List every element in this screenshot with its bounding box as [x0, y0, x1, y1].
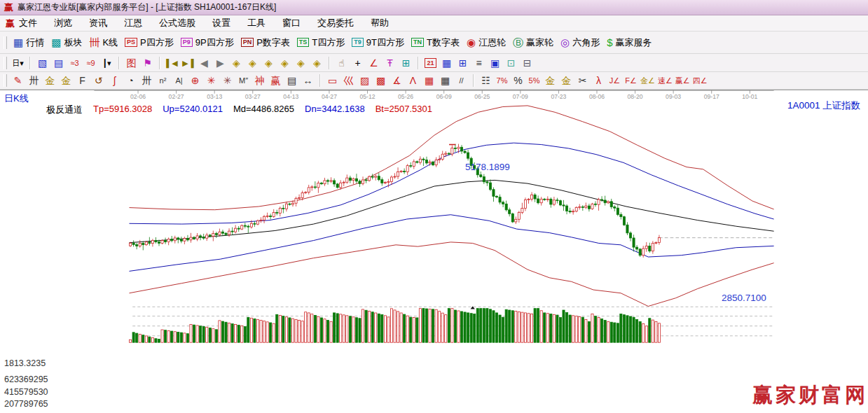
- brush-icon[interactable]: ʃ: [108, 74, 121, 88]
- zigzag-line-icon[interactable]: Λ: [406, 74, 420, 88]
- gold-circle-icon[interactable]: 金: [544, 74, 557, 88]
- notes-icon[interactable]: ≡: [472, 56, 485, 69]
- menu-item-3[interactable]: 江恩: [124, 17, 142, 29]
- knife-icon[interactable]: ✂: [576, 74, 589, 88]
- angle-f-icon[interactable]: F∠: [624, 74, 638, 88]
- save-icon[interactable]: ▣: [488, 56, 502, 69]
- a-wave-icon[interactable]: λ: [592, 74, 605, 88]
- 江恩轮-button[interactable]: ◉江恩轮: [467, 36, 506, 49]
- angle-speed-icon[interactable]: 速∠: [658, 74, 673, 88]
- angle-j-icon[interactable]: J∠: [608, 74, 621, 88]
- hand-pan-icon[interactable]: ☝: [335, 56, 348, 69]
- period-label[interactable]: 日K线: [4, 92, 29, 105]
- menu-item-1[interactable]: 浏览: [54, 17, 72, 29]
- volume-bar: [381, 315, 383, 343]
- table-view-icon[interactable]: ⊞: [456, 56, 469, 69]
- menu-item-0[interactable]: 文件: [19, 17, 37, 29]
- print-icon[interactable]: ⊟: [521, 56, 534, 69]
- slash-lines-icon[interactable]: //: [455, 74, 468, 88]
- capture-icon[interactable]: ⊡: [504, 56, 518, 69]
- percent-5-icon[interactable]: 5%: [528, 74, 541, 88]
- percent-7-icon[interactable]: 7%: [495, 74, 509, 88]
- grid-dense2-icon[interactable]: ▦: [439, 74, 452, 88]
- circle-target-icon[interactable]: ⊕: [188, 74, 202, 88]
- period-day-dropdown[interactable]: 日▾: [11, 56, 25, 69]
- menu-item-2[interactable]: 资讯: [89, 17, 107, 29]
- reset-view-icon[interactable]: ◈: [310, 56, 324, 69]
- step-forward-icon[interactable]: ▶: [214, 56, 227, 69]
- 赢家轮-button[interactable]: Ⓑ赢家轮: [513, 36, 553, 49]
- seek-start-icon[interactable]: ▌◀: [165, 56, 179, 69]
- flag-icon[interactable]: ⚑: [141, 56, 154, 69]
- angle-four-icon[interactable]: 四∠: [693, 74, 708, 88]
- hash-lines-icon[interactable]: 卅: [27, 74, 41, 88]
- 板块-button[interactable]: ▩板块: [51, 36, 82, 49]
- gann-gold-grid-icon[interactable]: 金: [43, 74, 57, 88]
- 行情-button[interactable]: ▦行情: [13, 36, 44, 49]
- angle-win-icon[interactable]: 赢∠: [675, 74, 690, 88]
- shaded-rect-icon[interactable]: ▨: [358, 74, 371, 88]
- ruler-123-icon[interactable]: ▤: [285, 74, 298, 88]
- angle-gold-icon[interactable]: 金∠: [640, 74, 655, 88]
- width-measure-icon[interactable]: ↔: [301, 74, 315, 88]
- win-tool-icon[interactable]: 赢: [269, 74, 282, 88]
- n-squared-icon[interactable]: n²: [156, 74, 170, 88]
- shaded-rect2-icon[interactable]: ▩: [374, 74, 387, 88]
- zoom-out-x-icon[interactable]: ◈: [230, 56, 243, 69]
- hash-lines2-icon[interactable]: 卅: [140, 74, 153, 88]
- menu-item-9[interactable]: 帮助: [371, 17, 389, 29]
- menu-item-5[interactable]: 设置: [212, 17, 230, 29]
- spiral-icon[interactable]: ↺: [92, 74, 105, 88]
- wave-9-icon[interactable]: ≈9: [84, 56, 97, 69]
- menu-item-6[interactable]: 工具: [247, 17, 266, 29]
- calculator-icon[interactable]: ▦: [440, 56, 453, 69]
- spider-web2-icon[interactable]: ✳: [221, 74, 234, 88]
- crosshair-icon[interactable]: +: [351, 56, 364, 69]
- menu-item-4[interactable]: 公式选股: [159, 17, 195, 29]
- K线-button[interactable]: 卌K线: [89, 36, 118, 49]
- zoom-in-x-icon[interactable]: ◈: [246, 56, 259, 69]
- chart-canvas[interactable]: 02-0602-2703-1303-2704-1304-2705-1205-26…: [0, 90, 868, 413]
- m-pattern-icon[interactable]: M″: [237, 74, 250, 88]
- wave-3-icon[interactable]: ≈3: [68, 56, 81, 69]
- trend-angle-icon[interactable]: ∡: [390, 74, 404, 88]
- angle-measure-icon[interactable]: ∠: [367, 56, 380, 69]
- spider-web-icon[interactable]: ✳: [205, 74, 218, 88]
- P四方形-button[interactable]: PSP四方形: [125, 36, 174, 49]
- chart-layout-icon[interactable]: ▧: [36, 56, 49, 69]
- expand-bars-icon[interactable]: ◈: [262, 56, 275, 69]
- menu-item-8[interactable]: 交易委托: [317, 17, 354, 29]
- 9P四方形-button[interactable]: P99P四方形: [181, 36, 234, 49]
- percent-icon[interactable]: %: [511, 74, 525, 88]
- T四方形-button[interactable]: TST四方形: [297, 36, 345, 49]
- clipboard-icon[interactable]: ▤: [52, 56, 65, 69]
- gold-bar-icon[interactable]: 金: [560, 74, 573, 88]
- shen-tool-icon[interactable]: 神: [253, 74, 266, 88]
- gann-gold-grid2-icon[interactable]: 金: [60, 74, 73, 88]
- 9T四方形-button[interactable]: T99T四方形: [352, 36, 404, 49]
- fit-all-icon[interactable]: ◈: [294, 56, 308, 69]
- 六角形-button[interactable]: ◎六角形: [560, 36, 600, 49]
- volume-bar: [193, 325, 195, 342]
- andrews-fork-icon[interactable]: A|: [172, 74, 186, 88]
- pen-line-icon[interactable]: ✎: [11, 74, 25, 88]
- ladder-icon[interactable]: ☷: [479, 74, 492, 88]
- rect-select-icon[interactable]: ▭: [326, 74, 339, 88]
- t-tool-icon[interactable]: Ŧ: [383, 56, 397, 69]
- T数字表-button[interactable]: TNT数字表: [411, 36, 460, 49]
- clock-circle-icon[interactable]: ◔: [124, 74, 137, 88]
- grid-net-icon[interactable]: ⊞: [399, 56, 413, 69]
- 赢家服务-button[interactable]: $赢家服务: [607, 36, 652, 49]
- grid-dense-icon[interactable]: ▦: [422, 74, 436, 88]
- step-back-icon[interactable]: ◀: [198, 56, 211, 69]
- fibonacci-icon[interactable]: F: [76, 74, 89, 88]
- candle-style-dropdown[interactable]: ┃▾: [100, 56, 113, 69]
- menu-item-7[interactable]: 窗口: [282, 17, 301, 29]
- fan-lines-icon[interactable]: 巛: [342, 74, 355, 88]
- compress-bars-icon[interactable]: ◈: [278, 56, 291, 69]
- calendar-icon[interactable]: 21: [424, 56, 437, 69]
- seek-end-icon[interactable]: ▶▐: [181, 56, 195, 69]
- symbol-label[interactable]: 1A0001 上证指数: [787, 99, 860, 112]
- kchart-style-icon[interactable]: 图: [125, 56, 138, 69]
- P数字表-button[interactable]: PNP数字表: [241, 36, 290, 49]
